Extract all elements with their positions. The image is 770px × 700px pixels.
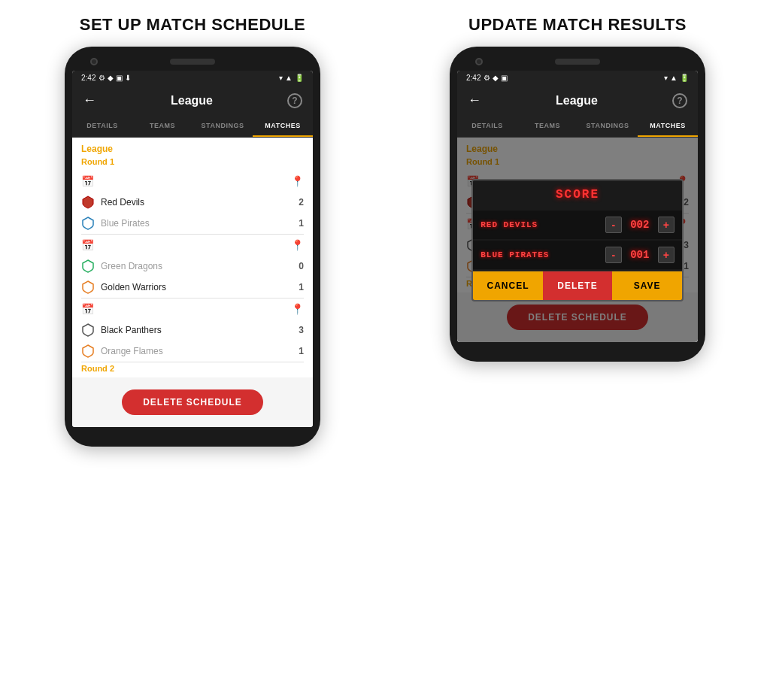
dialog-actions: CANCEL DELETE SAVE [473, 271, 682, 300]
left-blue-pirates-name: Blue Pirates [101, 218, 293, 229]
left-team-row-3a[interactable]: Black Panthers 3 [72, 320, 313, 341]
left-phone: 2:42 ⚙ ◆ ▣ ⬇ ▾ ▲ 🔋 ← League ? DETAILS TE… [65, 47, 320, 447]
left-panel: SET UP MATCH SCHEDULE 2:42 ⚙ ◆ ▣ ⬇ ▾ ▲ 🔋 [0, 0, 385, 700]
right-app-bar: ← League ? [457, 85, 698, 116]
left-tabs: DETAILS TEAMS STANDINGS MATCHES [72, 116, 313, 138]
score-team2-value: 001 [628, 249, 652, 261]
speaker-left [170, 59, 215, 65]
left-team-row-2b[interactable]: Golden Warriors 1 [72, 277, 313, 298]
left-app-title: League [171, 94, 213, 108]
pin-icon-3: 📍 [291, 303, 304, 315]
left-golden-warriors-name: Golden Warriors [101, 282, 293, 292]
right-phone: 2:42 ⚙ ◆ ▣ ▾ ▲ 🔋 ← League ? DETAILS TEAM… [450, 47, 705, 362]
left-black-panthers-name: Black Panthers [101, 325, 293, 335]
score-dialog: SCORE RED DEVILS - 002 + BLUE PIRATES - [471, 179, 684, 302]
signal-icon: ▲ [285, 74, 293, 82]
calendar-icon-3: 📅 [81, 303, 94, 315]
left-green-dragons-score: 0 [299, 261, 304, 271]
left-delete-container: DELETE SCHEDULE [72, 377, 313, 427]
left-team-row-1b[interactable]: Blue Pirates 1 [72, 213, 313, 234]
tab-details-right[interactable]: DETAILS [457, 116, 517, 137]
right-battery-icon: 🔋 [680, 74, 689, 82]
right-app-title: League [556, 94, 598, 108]
right-back-button[interactable]: ← [468, 92, 481, 108]
right-wifi-icon: ▾ [664, 74, 668, 82]
right-tabs: DETAILS TEAMS STANDINGS MATCHES [457, 116, 698, 138]
right-panel-title: UPDATE MATCH RESULTS [468, 15, 687, 35]
left-team-row-1a[interactable]: Red Devils 2 [72, 192, 313, 213]
camera-left [90, 58, 98, 65]
left-time: 2:42 [81, 74, 95, 82]
tab-standings-left[interactable]: STANDINGS [192, 116, 253, 137]
left-blue-pirates-score: 1 [299, 218, 304, 229]
left-orange-flames-name: Orange Flames [101, 346, 293, 356]
score-team2-minus-btn[interactable]: - [605, 247, 622, 263]
orange-flames-icon-left [81, 344, 95, 358]
left-match3-icons: 📅 📍 [72, 298, 313, 320]
right-content: League Round 1 📅 📍 Red Devils 2 [457, 138, 698, 342]
left-help-button[interactable]: ? [287, 93, 302, 108]
left-delete-btn[interactable]: DELETE SCHEDULE [122, 389, 263, 415]
left-app-bar: ← League ? [72, 85, 313, 116]
left-golden-warriors-score: 1 [299, 282, 304, 292]
score-dialog-overlay: SCORE RED DEVILS - 002 + BLUE PIRATES - [457, 138, 698, 342]
dialog-cancel-btn[interactable]: CANCEL [473, 271, 543, 300]
right-time: 2:42 [466, 74, 480, 82]
left-screen: 2:42 ⚙ ◆ ▣ ⬇ ▾ ▲ 🔋 ← League ? DETAILS TE… [72, 71, 313, 427]
right-signal-icon: ▲ [670, 74, 678, 82]
calendar-icon-1: 📅 [81, 175, 94, 187]
black-panthers-icon-left [81, 323, 95, 337]
left-team-row-3b[interactable]: Orange Flames 1 [72, 341, 313, 362]
dialog-delete-btn[interactable]: DELETE [543, 271, 613, 300]
camera-right [475, 58, 483, 65]
left-match2-icons: 📅 📍 [72, 235, 313, 256]
right-status-left: 2:42 ⚙ ◆ ▣ [466, 74, 508, 82]
score-team1-value: 002 [628, 219, 652, 231]
golden-warriors-icon-left [81, 280, 95, 294]
right-status-bar: 2:42 ⚙ ◆ ▣ ▾ ▲ 🔋 [457, 71, 698, 85]
calendar-icon-2: 📅 [81, 239, 94, 251]
right-panel: UPDATE MATCH RESULTS 2:42 ⚙ ◆ ▣ ▾ ▲ 🔋 [385, 0, 770, 700]
left-red-devils-score: 2 [299, 197, 304, 208]
red-devils-icon-left [81, 195, 95, 209]
right-help-button[interactable]: ? [672, 93, 687, 108]
tab-teams-right[interactable]: TEAMS [517, 116, 578, 137]
score-team1-plus-btn[interactable]: + [658, 217, 675, 233]
left-black-panthers-score: 3 [299, 325, 304, 335]
left-team-row-2a[interactable]: Green Dragons 0 [72, 256, 313, 277]
battery-icon: 🔋 [295, 74, 304, 82]
left-status-icons: ⚙ ◆ ▣ ⬇ [99, 74, 130, 82]
score-team2-row: BLUE PIRATES - 001 + [473, 241, 682, 269]
left-content: League Round 1 📅 📍 Red Devils 2 [72, 138, 313, 427]
left-orange-flames-score: 1 [299, 346, 304, 356]
score-team1-minus-btn[interactable]: - [605, 217, 622, 233]
score-team2-name: BLUE PIRATES [480, 250, 599, 259]
pin-icon-1: 📍 [291, 175, 304, 187]
right-status-icons: ⚙ ◆ ▣ [484, 74, 508, 82]
left-status-left: 2:42 ⚙ ◆ ▣ ⬇ [81, 74, 131, 82]
score-team2-plus-btn[interactable]: + [658, 247, 675, 263]
dialog-save-btn[interactable]: SAVE [612, 271, 682, 300]
phone-top-left [72, 59, 313, 65]
left-status-bar: 2:42 ⚙ ◆ ▣ ⬇ ▾ ▲ 🔋 [72, 71, 313, 85]
left-round1-label: Round 1 [72, 156, 313, 171]
left-panel-title: SET UP MATCH SCHEDULE [80, 15, 306, 35]
tab-details-left[interactable]: DETAILS [72, 116, 132, 137]
green-dragons-icon-left [81, 259, 95, 273]
score-dialog-title: SCORE [473, 180, 682, 209]
pin-icon-2: 📍 [291, 239, 304, 251]
tab-matches-left[interactable]: MATCHES [253, 116, 313, 137]
tab-standings-right[interactable]: STANDINGS [578, 116, 638, 137]
left-green-dragons-name: Green Dragons [101, 261, 293, 271]
speaker-right [555, 59, 600, 65]
left-round2-label: Round 2 [72, 362, 313, 377]
tab-matches-right[interactable]: MATCHES [638, 116, 698, 137]
left-back-button[interactable]: ← [83, 92, 96, 108]
right-screen: 2:42 ⚙ ◆ ▣ ▾ ▲ 🔋 ← League ? DETAILS TEAM… [457, 71, 698, 342]
left-section-label: League [72, 138, 313, 156]
left-red-devils-name: Red Devils [101, 197, 293, 208]
score-team1-row: RED DEVILS - 002 + [473, 211, 682, 239]
tab-teams-left[interactable]: TEAMS [132, 116, 192, 137]
blue-pirates-icon-left [81, 217, 95, 230]
right-status-right: ▾ ▲ 🔋 [664, 74, 689, 82]
